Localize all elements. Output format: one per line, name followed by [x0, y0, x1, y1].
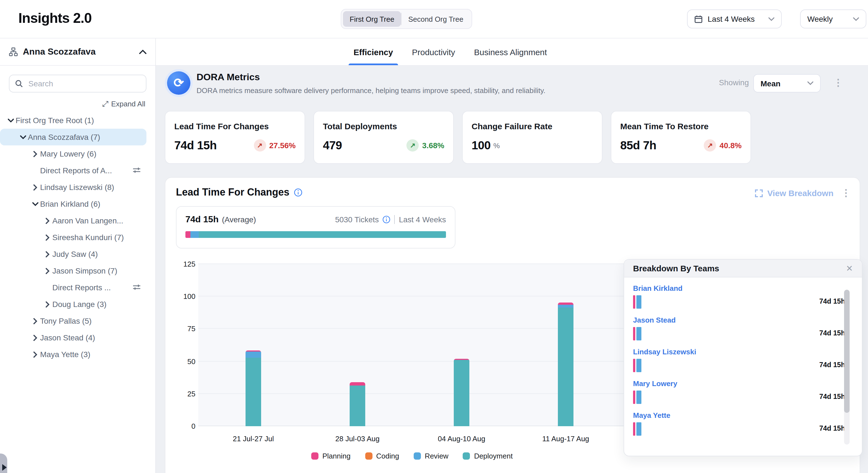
average-phase-bar — [185, 231, 446, 238]
tree-chevron-right-icon[interactable] — [42, 301, 52, 307]
legend-item-deployment[interactable]: Deployment — [463, 452, 513, 460]
legend-item-review[interactable]: Review — [414, 452, 448, 460]
tree-chevron-down-icon[interactable] — [18, 135, 28, 139]
date-range-select[interactable]: Last 4 Weeks — [687, 9, 782, 28]
tree-chevron-right-icon[interactable] — [30, 151, 40, 157]
bar-04-aug-10-aug[interactable] — [454, 359, 469, 426]
tree-chevron-right-icon[interactable] — [30, 318, 40, 324]
tree-item-lindsay-liszewski[interactable]: Lindsay Liszewski (8) — [0, 179, 147, 196]
team-name-link[interactable]: Jason Stead — [633, 316, 845, 324]
tree-chevron-right-icon[interactable] — [30, 334, 40, 341]
tree-item-label: Direct Reports of A... — [40, 166, 112, 175]
tree-item-direct-reports-of-a[interactable]: Direct Reports of A... — [0, 162, 147, 179]
org-tree: First Org Tree Root (1)Anna Scozzafava (… — [0, 112, 155, 363]
filter-sliders-icon[interactable] — [132, 283, 141, 291]
bar-segment — [246, 352, 261, 357]
filter-sliders-icon[interactable] — [132, 166, 141, 174]
tree-item-label: Direct Reports ... — [52, 283, 111, 292]
tree-item-jason-simpson[interactable]: Jason Simpson (7) — [0, 262, 147, 279]
metric-card-lead-time-for-changes: Lead Time For Changes74d 15h↗27.56% — [165, 111, 305, 164]
tree-chevron-right-icon[interactable] — [42, 251, 52, 257]
org-toggle-option-2[interactable]: Second Org Tree — [401, 11, 470, 27]
y-tick-label: 100 — [170, 292, 195, 301]
chevron-down-icon — [853, 17, 859, 21]
team-row-maya-yette: Maya Yette74d 15h — [633, 411, 845, 436]
tree-item-label: First Org Tree Root (1) — [16, 116, 94, 125]
team-name-link[interactable]: Mary Lowery — [633, 379, 845, 388]
scrollbar-thumb[interactable] — [844, 290, 849, 413]
tree-item-doug-lange[interactable]: Doug Lange (3) — [0, 296, 147, 313]
tree-item-direct-reports[interactable]: Direct Reports ... — [0, 279, 147, 296]
tree-chevron-right-icon[interactable] — [42, 217, 52, 224]
team-name-link[interactable]: Maya Yette — [633, 411, 845, 419]
tree-item-aaron-van-langen[interactable]: Aaron Van Langen... — [0, 212, 147, 229]
breakdown-panel: Breakdown By Teams ✕ Brian Kirkland74d 1… — [624, 259, 862, 456]
bar-21-jul-27-jul[interactable] — [246, 350, 261, 426]
team-name-link[interactable]: Brian Kirkland — [633, 284, 845, 293]
tab-business-alignment[interactable]: Business Alignment — [474, 38, 547, 65]
collapse-sidebar-icon[interactable] — [139, 50, 147, 54]
chevron-down-icon — [768, 17, 774, 21]
tree-item-judy-saw[interactable]: Judy Saw (4) — [0, 246, 147, 262]
org-tree-sidebar: Anna Scozzafava ⤢ Expand All First Org T… — [0, 38, 156, 473]
x-tick-label: 04 Aug-10 Aug — [438, 435, 486, 443]
legend-item-coding[interactable]: Coding — [365, 452, 399, 460]
dora-menu-button[interactable]: ⋮ — [834, 78, 843, 87]
average-range: Last 4 Weeks — [399, 215, 446, 224]
tree-item-first-org-tree-root[interactable]: First Org Tree Root (1) — [0, 112, 147, 129]
team-name-link[interactable]: Lindsay Liszewski — [633, 348, 845, 356]
tree-item-brian-kirkland[interactable]: Brian Kirkland (6) — [0, 196, 147, 212]
expand-all-button[interactable]: ⤢ Expand All — [10, 99, 145, 109]
org-toggle-option-1[interactable]: First Org Tree — [343, 11, 401, 27]
metric-delta: ↗40.8% — [704, 139, 742, 151]
info-icon[interactable] — [294, 188, 302, 197]
tree-item-tony-pallas[interactable]: Tony Pallas (5) — [0, 313, 147, 329]
tree-chevron-down-icon[interactable] — [30, 202, 40, 206]
tree-chevron-right-icon[interactable] — [30, 184, 40, 190]
team-phase-bar: 74d 15h — [633, 327, 824, 341]
tree-item-maya-yette[interactable]: Maya Yette (3) — [0, 346, 147, 363]
tree-chevron-down-icon[interactable] — [6, 118, 16, 122]
scrollbar-track[interactable] — [844, 290, 849, 445]
team-bar-segment-review — [637, 327, 641, 341]
search-input[interactable] — [27, 79, 140, 89]
legend-label: Review — [425, 452, 448, 460]
metric-delta: ↗27.56% — [254, 139, 296, 151]
tab-efficiency[interactable]: Efficiency — [353, 38, 393, 65]
breakdown-team-list: Brian Kirkland74d 15hJason Stead74d 15hL… — [633, 284, 845, 443]
tree-chevron-right-icon[interactable] — [42, 234, 52, 240]
y-tick-label: 25 — [170, 390, 195, 398]
close-icon[interactable]: ✕ — [846, 263, 853, 273]
legend-item-planning[interactable]: Planning — [311, 452, 350, 460]
team-phase-bar: 74d 15h — [633, 390, 824, 404]
team-bar-segment-review — [637, 359, 641, 372]
legend-swatch — [463, 452, 470, 460]
tree-chevron-right-icon[interactable] — [30, 351, 40, 357]
aggregation-select[interactable]: Mean — [753, 74, 821, 92]
info-icon[interactable] — [383, 216, 391, 224]
tree-item-label: Doug Lange (3) — [52, 300, 106, 309]
sidebar-resize-handle[interactable] — [0, 453, 7, 473]
team-value: 74d 15h — [819, 329, 845, 337]
y-tick-label: 50 — [170, 357, 195, 365]
tree-item-mary-lowery[interactable]: Mary Lowery (6) — [0, 145, 147, 162]
granularity-select[interactable]: Weekly — [800, 9, 866, 28]
showing-label: Showing — [719, 78, 749, 87]
tab-productivity[interactable]: Productivity — [412, 38, 455, 65]
team-bar-segment-review — [637, 295, 641, 309]
tree-item-jason-stead[interactable]: Jason Stead (4) — [0, 329, 147, 346]
legend-label: Planning — [322, 452, 350, 460]
tree-item-anna-scozzafava[interactable]: Anna Scozzafava (7) — [0, 129, 147, 145]
tree-item-sireesha-kunduri[interactable]: Sireesha Kunduri (7) — [0, 229, 147, 246]
tree-chevron-right-icon[interactable] — [42, 268, 52, 274]
app: Insights 2.0 First Org TreeSecond Org Tr… — [0, 0, 868, 473]
team-phase-bar: 74d 15h — [633, 422, 824, 436]
bar-11-aug-17-aug[interactable] — [558, 302, 574, 426]
tree-item-label: Brian Kirkland (6) — [40, 200, 100, 208]
avg-segment-deployment — [199, 231, 446, 238]
bar-28-jul-03-aug[interactable] — [350, 382, 365, 426]
section-menu-button[interactable]: ⋮ — [841, 188, 851, 198]
team-value: 74d 15h — [819, 393, 845, 401]
search-box — [9, 75, 147, 92]
view-breakdown-button[interactable]: View Breakdown — [755, 188, 834, 198]
